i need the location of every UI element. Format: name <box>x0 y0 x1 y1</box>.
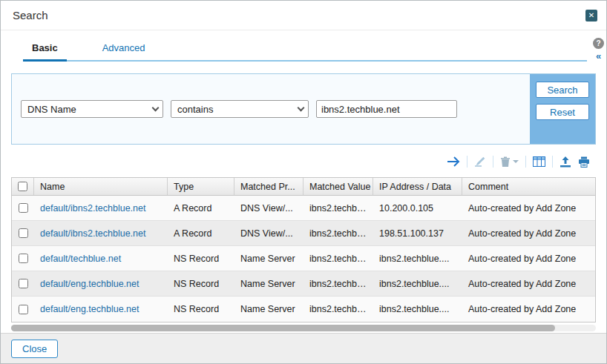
collapse-panel-icon[interactable]: « <box>596 51 601 61</box>
table-row: default/ibns2.techblue.net A Record DNS … <box>12 196 595 221</box>
tab-basic[interactable]: Basic <box>23 39 67 62</box>
delete-menu-caret-icon[interactable] <box>513 160 519 163</box>
titlebar: Search ✕ <box>1 1 606 30</box>
record-comment: Auto-created by Add Zone <box>462 203 595 214</box>
toolbar-divider <box>525 156 526 168</box>
side-icons: ? « <box>593 38 604 61</box>
record-comment: Auto-created by Add Zone <box>462 304 595 314</box>
row-checkbox[interactable] <box>19 254 28 263</box>
reset-button[interactable]: Reset <box>536 104 589 120</box>
table-row: default/eng.techblue.net NS Record Name … <box>12 271 595 297</box>
record-matched-property: DNS View/... <box>234 203 304 214</box>
tab-advanced[interactable]: Advanced <box>93 39 154 60</box>
search-button[interactable]: Search <box>536 82 589 98</box>
record-name-link[interactable]: default/eng.techblue.net <box>40 279 139 289</box>
close-icon[interactable]: ✕ <box>585 10 597 21</box>
field-select-value: DNS Name <box>27 104 76 115</box>
results-table: Name Type Matched Pr... Matched Value IP… <box>11 177 596 322</box>
record-ip: ibns2.techblue.... <box>373 254 462 264</box>
column-header-matched-property[interactable]: Matched Pr... <box>234 178 304 195</box>
select-all-checkbox[interactable] <box>18 182 27 191</box>
record-ip: ibns2.techblue.... <box>373 304 462 314</box>
search-button-panel: Search Reset <box>530 74 595 144</box>
horizontal-scrollbar-track <box>11 325 596 331</box>
row-checkbox[interactable] <box>19 279 28 288</box>
select-all-cell <box>12 178 34 195</box>
record-name-link[interactable]: default/ibns2.techblue.net <box>40 228 145 239</box>
record-comment: Auto-created by Add Zone <box>462 228 595 239</box>
record-matched-value: ibns2.techblue.... <box>304 203 373 214</box>
column-header-matched-value[interactable]: Matched Value <box>304 178 373 195</box>
record-matched-property: DNS View/... <box>234 228 304 239</box>
tab-strip-wrap: Basic Advanced ? « <box>1 30 606 62</box>
dialog-title: Search <box>13 9 48 21</box>
results-toolbar <box>1 152 590 171</box>
record-name-link[interactable]: default/techblue.net <box>40 254 121 264</box>
record-matched-property: Name Server <box>234 254 304 264</box>
edit-icon[interactable] <box>474 156 486 168</box>
operator-select-value: contains <box>177 104 213 115</box>
column-header-comment[interactable]: Comment <box>462 178 595 195</box>
print-icon[interactable] <box>578 156 590 168</box>
table-row: default/eng.techblue.net NS Record Name … <box>12 297 595 322</box>
record-matched-value: ibns2.techblue.... <box>304 279 373 289</box>
operator-select[interactable]: contains <box>171 100 309 118</box>
dialog-footer: Close <box>1 333 606 363</box>
row-checkbox[interactable] <box>19 203 28 213</box>
column-header-type[interactable]: Type <box>168 178 234 195</box>
record-comment: Auto-created by Add Zone <box>462 279 595 289</box>
record-type: NS Record <box>168 304 234 314</box>
chevron-down-icon <box>298 104 305 111</box>
record-comment: Auto-created by Add Zone <box>462 254 595 264</box>
column-header-name[interactable]: Name <box>34 178 168 195</box>
search-value-input[interactable] <box>316 100 457 118</box>
record-matched-value: ibns2.techblue.... <box>304 228 373 239</box>
goto-icon[interactable] <box>447 156 460 167</box>
record-matched-property: Name Server <box>234 304 304 314</box>
record-matched-property: Name Server <box>234 279 304 289</box>
toolbar-divider <box>552 156 553 168</box>
column-header-ip[interactable]: IP Address / Data <box>373 178 462 195</box>
columns-icon[interactable] <box>533 156 545 167</box>
delete-icon[interactable] <box>500 156 519 168</box>
tab-strip: Basic Advanced <box>23 39 587 62</box>
toolbar-divider <box>467 156 467 168</box>
record-ip: 10.200.0.105 <box>373 203 462 214</box>
record-matched-value: ibns2.techblue.... <box>304 304 373 314</box>
record-type: NS Record <box>168 254 234 264</box>
table-header-row: Name Type Matched Pr... Matched Value IP… <box>12 178 595 196</box>
close-button[interactable]: Close <box>11 340 58 358</box>
horizontal-scrollbar-thumb[interactable] <box>11 325 555 331</box>
chevron-down-icon <box>152 104 160 111</box>
record-ip: ibns2.techblue.... <box>373 279 462 289</box>
toolbar-divider <box>493 156 493 168</box>
record-name-link[interactable]: default/ibns2.techblue.net <box>40 203 145 214</box>
help-icon[interactable]: ? <box>593 38 604 49</box>
table-row: default/techblue.net NS Record Name Serv… <box>12 246 595 271</box>
record-name-link[interactable]: default/eng.techblue.net <box>40 304 139 314</box>
search-dialog: Search ✕ Basic Advanced ? « DNS Name con… <box>0 0 607 364</box>
search-criteria-panel: DNS Name contains Search Reset <box>11 73 596 145</box>
table-row: default/ibns2.techblue.net A Record DNS … <box>12 221 595 246</box>
export-icon[interactable] <box>560 156 571 168</box>
row-checkbox[interactable] <box>19 228 28 238</box>
row-checkbox[interactable] <box>19 305 28 314</box>
record-matched-value: ibns2.techblue.... <box>304 254 373 264</box>
record-ip: 198.51.100.137 <box>373 228 462 239</box>
record-type: A Record <box>168 203 234 214</box>
record-type: NS Record <box>168 279 234 289</box>
field-select[interactable]: DNS Name <box>21 100 163 118</box>
record-type: A Record <box>168 228 234 239</box>
